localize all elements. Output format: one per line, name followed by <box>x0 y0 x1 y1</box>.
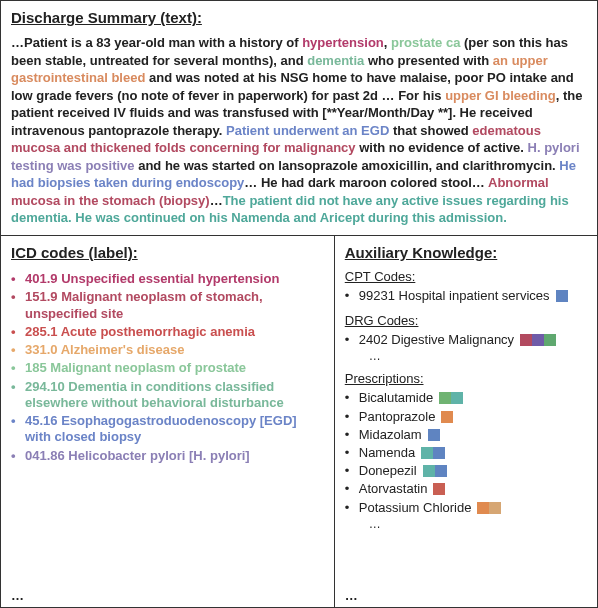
discharge-summary-panel: Discharge Summary (text): …Patient is a … <box>1 1 597 236</box>
color-swatch-group <box>477 502 501 514</box>
summary-span: …Patient is a 83 year-old man with a his… <box>11 35 302 50</box>
aux-title: Auxiliary Knowledge: <box>345 244 587 261</box>
color-swatch-group <box>433 483 445 495</box>
aux-panel: Auxiliary Knowledge: CPT Codes: 99231 Ho… <box>335 236 597 607</box>
summary-span: hypertension <box>302 35 384 50</box>
color-swatch <box>435 465 447 477</box>
icd-title: ICD codes (label): <box>11 244 324 261</box>
aux-item-label: Donepezil <box>359 462 417 480</box>
aux-item: Midazolam <box>345 426 587 444</box>
aux-item: 2402 Digestive Malignancy <box>345 331 587 349</box>
icd-item: 331.0 Alzheimer's disease <box>11 342 324 358</box>
drg-list: 2402 Digestive Malignancy <box>345 331 587 349</box>
aux-item-label: Namenda <box>359 444 415 462</box>
icd-list: 401.9 Unspecified essential hypertension… <box>11 271 324 464</box>
color-swatch <box>441 411 453 423</box>
color-swatch <box>433 483 445 495</box>
color-swatch <box>428 429 440 441</box>
summary-span: … He had dark maroon colored stool… <box>244 175 488 190</box>
aux-item: Namenda <box>345 444 587 462</box>
color-swatch-group <box>428 429 440 441</box>
color-swatch-group <box>520 334 556 346</box>
summary-span: that showed <box>389 123 472 138</box>
color-swatch <box>556 290 568 302</box>
color-swatch <box>477 502 489 514</box>
color-swatch-group <box>441 411 453 423</box>
summary-span: … <box>210 193 223 208</box>
color-swatch-group <box>421 447 445 459</box>
discharge-summary-title: Discharge Summary (text): <box>11 9 587 26</box>
summary-span: dementia <box>307 53 364 68</box>
rx-more: … <box>345 517 587 531</box>
icd-item: 285.1 Acute posthemorrhagic anemia <box>11 324 324 340</box>
color-swatch <box>489 502 501 514</box>
rx-heading: Prescriptions: <box>345 371 587 386</box>
summary-span: and he was started on lansoprazole amoxi… <box>135 158 560 173</box>
summary-span: upper GI bleeding <box>445 88 556 103</box>
color-swatch <box>520 334 532 346</box>
figure-frame: Discharge Summary (text): …Patient is a … <box>0 0 598 608</box>
aux-item-label: 2402 Digestive Malignancy <box>359 331 514 349</box>
icd-item: 185 Malignant neoplasm of prostate <box>11 360 324 376</box>
drg-more: … <box>345 349 587 363</box>
color-swatch <box>439 392 451 404</box>
aux-item-label: Potassium Chloride <box>359 499 472 517</box>
cpt-list: 99231 Hospital inpatient services <box>345 287 587 305</box>
aux-item-label: 99231 Hospital inpatient services <box>359 287 550 305</box>
aux-item: Donepezil <box>345 462 587 480</box>
aux-item-label: Atorvastatin <box>359 480 428 498</box>
aux-item: Atorvastatin <box>345 480 587 498</box>
aux-item-label: Bicalutamide <box>359 389 433 407</box>
cpt-heading: CPT Codes: <box>345 269 587 284</box>
color-swatch <box>421 447 433 459</box>
rx-list: BicalutamidePantoprazoleMidazolamNamenda… <box>345 389 587 516</box>
aux-item-label: Midazolam <box>359 426 422 444</box>
icd-item: 45.16 Esophagogastroduodenoscopy [EGD] w… <box>11 413 324 446</box>
icd-item: 401.9 Unspecified essential hypertension <box>11 271 324 287</box>
discharge-summary-body: …Patient is a 83 year-old man with a his… <box>11 34 587 227</box>
drg-heading: DRG Codes: <box>345 313 587 328</box>
color-swatch <box>423 465 435 477</box>
color-swatch <box>532 334 544 346</box>
summary-span: prostate ca <box>391 35 460 50</box>
color-swatch <box>433 447 445 459</box>
summary-span: who presented with <box>364 53 493 68</box>
aux-item: Potassium Chloride <box>345 499 587 517</box>
aux-more: … <box>345 588 358 603</box>
color-swatch <box>451 392 463 404</box>
icd-more: … <box>11 588 24 603</box>
icd-item: 151.9 Malignant neoplasm of stomach, uns… <box>11 289 324 322</box>
icd-item: 294.10 Dementia in conditions classified… <box>11 379 324 412</box>
aux-item: Pantoprazole <box>345 408 587 426</box>
color-swatch <box>544 334 556 346</box>
aux-item: Bicalutamide <box>345 389 587 407</box>
icd-item: 041.86 Helicobacter pylori [H. pylori] <box>11 448 324 464</box>
summary-span: Patient underwent an EGD <box>226 123 389 138</box>
icd-panel: ICD codes (label): 401.9 Unspecified ess… <box>1 236 335 607</box>
aux-item-label: Pantoprazole <box>359 408 436 426</box>
summary-span: with no evidence of active. <box>356 140 528 155</box>
aux-item: 99231 Hospital inpatient services <box>345 287 587 305</box>
color-swatch-group <box>556 290 568 302</box>
bottom-row: ICD codes (label): 401.9 Unspecified ess… <box>1 236 597 607</box>
color-swatch-group <box>423 465 447 477</box>
summary-span: , <box>384 35 391 50</box>
color-swatch-group <box>439 392 463 404</box>
